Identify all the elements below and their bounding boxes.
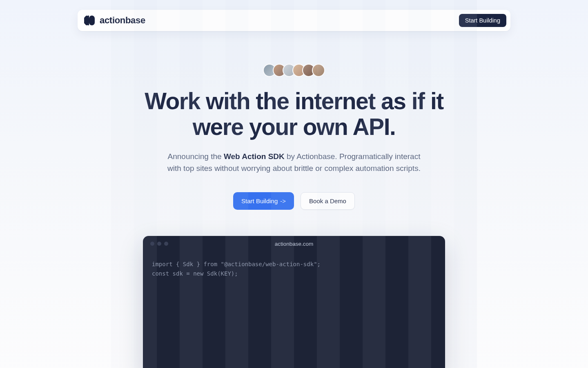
avatar-stack (127, 64, 461, 77)
nav-start-building-button[interactable]: Start Building (459, 14, 506, 27)
terminal-title: actionbase.com (143, 241, 445, 247)
book-demo-button[interactable]: Book a Demo (301, 192, 355, 210)
hero-section: Work with the internet as if it were you… (118, 64, 470, 368)
brand-mark-icon (84, 16, 95, 25)
cta-row: Start Building -> Book a Demo (127, 192, 461, 210)
subhead-prefix: Announcing the (168, 152, 224, 161)
primary-cta-label: Start Building (241, 197, 278, 204)
avatar (312, 64, 325, 77)
start-building-button[interactable]: Start Building -> (233, 192, 294, 210)
hero-subhead: Announcing the Web Action SDK by Actionb… (163, 151, 425, 174)
terminal-header: actionbase.com (143, 236, 445, 251)
brand-name: actionbase (100, 15, 145, 26)
brand-logo[interactable]: actionbase (84, 15, 145, 26)
window-controls-icon (150, 242, 168, 246)
svg-rect-0 (89, 16, 95, 25)
terminal-code: import { Sdk } from "@actionbase/web-act… (143, 251, 445, 368)
code-terminal: actionbase.com import { Sdk } from "@act… (143, 236, 445, 368)
arrow-right-icon: -> (280, 197, 286, 204)
top-nav: actionbase Start Building (78, 10, 510, 31)
hero-headline: Work with the internet as if it were you… (127, 88, 461, 139)
subhead-bold: Web Action SDK (224, 152, 285, 161)
